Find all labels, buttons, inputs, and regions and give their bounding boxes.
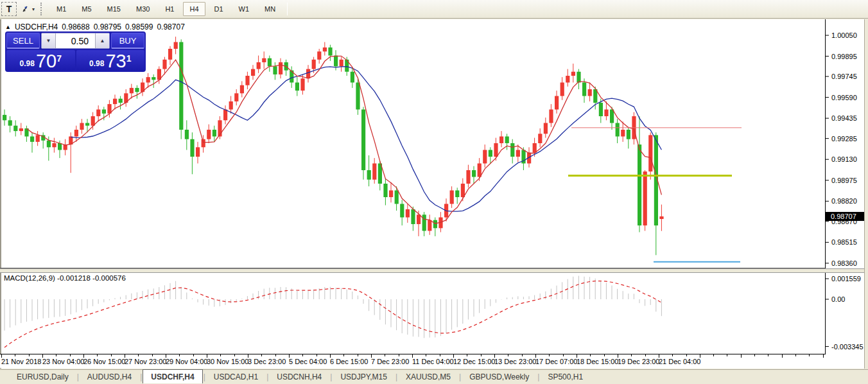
time-tick: [549, 354, 550, 356]
price-axis-label: 0.99130: [831, 155, 857, 163]
chart-tab-gbpusd[interactable]: GBPUSD,Weekly: [462, 371, 537, 383]
macd-label: MACD(12,26,9) -0.001218 -0.000576: [4, 274, 126, 282]
chart-tab-usdjpy[interactable]: USDJPY,M15: [333, 371, 394, 383]
collapse-triangle-icon[interactable]: ▲: [5, 24, 11, 30]
price-axis-label: 0.98360: [831, 259, 857, 267]
time-tick: [29, 354, 30, 356]
tab-separator: |: [537, 372, 539, 381]
time-tick: [426, 354, 426, 356]
time-tick: [358, 354, 358, 356]
time-tick: [590, 354, 591, 356]
timeframe-button-m15[interactable]: M15: [101, 2, 127, 16]
timeframe-button-h1[interactable]: H1: [159, 2, 180, 16]
mt4-window: T ▾ M1M5M15M30H1H4D1W1MN 1.000500.998950…: [0, 0, 868, 384]
timeframe-group: M1M5M15M30H1H4D1W1MN: [49, 2, 283, 16]
volume-decrease-button[interactable]: ▼: [42, 33, 56, 48]
time-tick: [220, 354, 221, 356]
one-click-trading-panel: SELL ▼ ▲ BUY 0.98 70 7 0.98 73 1: [5, 31, 146, 72]
time-axis-label: 29 Nov 04:00: [166, 358, 207, 365]
sell-price[interactable]: 0.98 70 7: [6, 50, 75, 71]
chart-title: ▲ USDCHF,H4 0.98688 0.98795 0.98599 0.98…: [5, 22, 185, 31]
time-tick: [343, 354, 344, 356]
timeframe-button-m1[interactable]: M1: [50, 2, 73, 16]
buy-price-big: 73: [105, 53, 126, 70]
time-tick: [481, 354, 482, 356]
sell-price-big: 70: [36, 53, 56, 70]
close-value: 0.98707: [157, 22, 184, 31]
timeframe-button-w1[interactable]: W1: [232, 2, 256, 16]
time-axis-label: 13 Dec 23:00: [494, 358, 536, 365]
chart-tab-usdchf[interactable]: USDCHF,H4: [143, 369, 202, 383]
volume-increase-button[interactable]: ▲: [95, 33, 109, 48]
time-axis[interactable]: 21 Nov 201823 Nov 04:0026 Nov 15:0027 No…: [0, 354, 864, 368]
chart-tab-sp500[interactable]: SP500,H1: [540, 371, 591, 383]
time-tick: [317, 354, 317, 356]
cursor-arrows-button[interactable]: ▾: [19, 2, 35, 16]
time-tick: [508, 354, 508, 356]
chart-tab-usdcnh[interactable]: USDCNH,H4: [269, 371, 329, 383]
price-axis-label: 0.99895: [831, 53, 857, 60]
chart-tab-bar: EURUSD,Daily|AUDUSD,H4|USDCHF,H4|USDCAD,…: [0, 369, 868, 384]
sell-button[interactable]: SELL: [6, 33, 40, 49]
high-value: 0.98795: [94, 22, 121, 31]
timeframe-button-m30[interactable]: M30: [130, 2, 156, 16]
tab-separator: |: [140, 372, 142, 381]
time-axis-label: 5 Dec 04:00: [289, 358, 327, 365]
time-tick: [604, 354, 605, 356]
time-axis-label: 6 Dec 15:00: [330, 358, 368, 365]
buy-button[interactable]: BUY: [111, 33, 144, 49]
time-axis-label: 11 Dec 04:00: [412, 358, 454, 365]
time-tick: [138, 354, 139, 356]
time-axis-label: 30 Nov 15:00: [207, 358, 248, 365]
triangle-down-icon: ▼: [46, 38, 51, 44]
price-axis-label: 0.98820: [831, 197, 857, 205]
time-axis-label: 17 Dec 07:00: [535, 358, 577, 365]
chart-tab-usdcad[interactable]: USDCAD,H1: [206, 371, 266, 383]
timeframe-button-mn[interactable]: MN: [258, 2, 282, 16]
symbol-period-label: USDCHF,H4: [15, 22, 58, 31]
indicator-splitter[interactable]: [0, 268, 864, 273]
time-axis-label: 3 Dec 23:00: [248, 358, 286, 365]
chart-tab-eurusd[interactable]: EURUSD,Daily: [9, 371, 76, 383]
text-tool-button[interactable]: T: [1, 2, 17, 16]
time-axis-label: 21 Nov 2018: [1, 358, 41, 365]
timeframe-button-d1[interactable]: D1: [208, 2, 230, 16]
macd-signal-line: [4, 281, 661, 347]
text-tool-icon: T: [6, 4, 12, 14]
macd-axis-label: 0.00: [831, 295, 845, 303]
time-tick: [782, 354, 783, 358]
price-axis-label: 0.99590: [831, 94, 857, 101]
price-axis-label: 0.99745: [831, 73, 857, 80]
price-axis-label: 0.99435: [831, 114, 857, 122]
sell-price-prefix: 0.98: [20, 57, 35, 70]
time-tick: [741, 354, 742, 358]
time-tick: [111, 354, 112, 356]
toolbar: T ▾ M1M5M15M30H1H4D1W1MN: [0, 0, 868, 19]
chart-tab-xauusd[interactable]: XAUUSD,M5: [398, 371, 458, 383]
time-axis-label: 23 Nov 04:00: [42, 358, 84, 365]
sell-price-pip: 7: [56, 55, 62, 62]
right-margin-strip: [864, 19, 868, 369]
time-tick: [631, 354, 632, 356]
timeframe-button-m5[interactable]: M5: [75, 2, 98, 16]
tab-separator: |: [395, 372, 397, 381]
time-tick: [686, 354, 687, 356]
tab-separator: |: [330, 372, 332, 381]
arrows-icon: [20, 4, 30, 14]
time-axis-label: 18 Dec 15:00: [577, 358, 618, 365]
buy-price-pip: 1: [126, 55, 132, 62]
tab-separator: |: [204, 372, 205, 381]
buy-price[interactable]: 0.98 73 1: [76, 50, 145, 71]
buy-price-prefix: 0.98: [89, 57, 104, 70]
toolbar-grip[interactable]: [40, 3, 44, 15]
price-axis-label: 0.98515: [831, 238, 857, 246]
timeframe-button-h4[interactable]: H4: [183, 2, 205, 16]
chevron-down-icon[interactable]: ▾: [32, 6, 35, 12]
time-axis-label: 7 Dec 23:00: [371, 358, 409, 365]
time-tick: [399, 354, 399, 356]
volume-input[interactable]: [56, 33, 95, 48]
time-tick: [713, 354, 714, 356]
time-tick: [302, 354, 303, 356]
chart-tab-audusd[interactable]: AUDUSD,H4: [80, 371, 139, 383]
macd-canvas[interactable]: 0.0015590.00-0.003345MACD(12,26,9) -0.00…: [0, 273, 868, 354]
